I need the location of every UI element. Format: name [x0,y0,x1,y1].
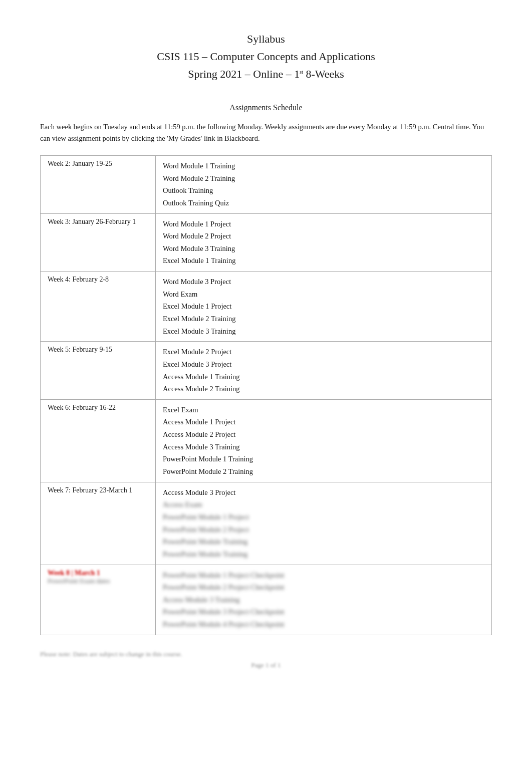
list-item: PowerPoint Module 2 Training [163,465,484,478]
list-item: Excel Module 2 Project [163,346,484,358]
table-row: Week 3: January 26-February 1 Word Modul… [41,213,492,272]
list-item: Word Module 2 Training [163,172,484,185]
list-item: PowerPoint Module Training [163,548,484,561]
list-item: Outlook Training Quiz [163,197,484,209]
assignments-cell: Word Module 1 Training Word Module 2 Tra… [156,155,492,213]
list-item: Access Module 1 Project [163,416,484,428]
list-item: Access Module 2 Training [163,383,484,395]
table-row: Week 5: February 9-15 Excel Module 2 Pro… [41,342,492,400]
week-label: Week 3: January 26-February 1 [41,213,156,272]
page-number: Page 1 of 1 [40,661,492,669]
list-item: Excel Module 1 Training [163,254,484,267]
list-item: Word Module 2 Project [163,230,484,242]
header-line1: Syllabus [247,33,285,45]
list-item: Word Exam [163,288,484,301]
list-item: PowerPoint Module 1 Project Checkpoint [163,569,484,582]
list-item: Access Module 1 Training [163,371,484,383]
list-item: Word Module 1 Training [163,160,484,172]
list-item: PowerPoint Module Training [163,536,484,548]
assignments-cell: Word Module 1 Project Word Module 2 Proj… [156,213,492,272]
list-item: PowerPoint Module 1 Training [163,453,484,465]
table-row: Week 6: February 16-22 Excel Exam Access… [41,399,492,482]
list-item: Word Module 3 Training [163,242,484,255]
week8-label: Week 8 | March 1 [48,569,100,577]
assignments-cell: Access Module 3 Project Access Exam Powe… [156,482,492,565]
list-item: Word Module 3 Project [163,276,484,288]
week-label: Week 6: February 16-22 [41,399,156,482]
list-item: PowerPoint Module 2 Project [163,524,484,536]
list-item: Excel Module 3 Training [163,325,484,338]
list-item: Excel Module 3 Project [163,358,484,371]
week-label: Week 8 | March 1 PowerPoint Exam dates [41,565,156,635]
list-item: Access Module 3 Training [163,594,484,606]
header-line3-pre: Spring 2021 – Online – 1 [188,68,300,80]
assignments-cell: Excel Exam Access Module 1 Project Acces… [156,399,492,482]
table-row: Week 7: February 23-March 1 Access Modul… [41,482,492,565]
list-item: Access Module 3 Project [163,486,484,499]
intro-paragraph: Each week begins on Tuesday and ends at … [40,121,492,144]
list-item: PowerPoint Module 1 Project [163,511,484,524]
list-item: Word Module 1 Project [163,218,484,230]
assignments-cell: Excel Module 2 Project Excel Module 3 Pr… [156,342,492,400]
footer-note: Please note: Dates are subject to change… [40,650,492,658]
header-line2: CSIS 115 – Computer Concepts and Applica… [157,50,375,63]
list-item: Access Exam [163,498,484,511]
list-item: Access Module 2 Project [163,428,484,441]
week8-sublabel: PowerPoint Exam dates [48,577,110,585]
week-label: Week 4: February 2-8 [41,272,156,342]
week-label: Week 2: January 19-25 [41,155,156,213]
list-item: Outlook Training [163,184,484,197]
assignments-cell: PowerPoint Module 1 Project Checkpoint P… [156,565,492,635]
list-item: PowerPoint Module 2 Project Checkpoint [163,581,484,594]
list-item: PowerPoint Module 4 Project Checkpoint [163,618,484,631]
section-title: Assignments Schedule [40,103,492,112]
list-item: Excel Module 1 Project [163,300,484,313]
list-item: PowerPoint Module 3 Project Checkpoint [163,606,484,618]
table-row: Week 2: January 19-25 Word Module 1 Trai… [41,155,492,213]
week-label: Week 5: February 9-15 [41,342,156,400]
list-item: Excel Exam [163,404,484,416]
table-row: Week 8 | March 1 PowerPoint Exam dates P… [41,565,492,635]
header-line3-post: 8-Weeks [303,68,344,80]
schedule-table: Week 2: January 19-25 Word Module 1 Trai… [40,155,492,635]
list-item: Excel Module 2 Training [163,313,484,325]
list-item: Access Module 3 Training [163,441,484,453]
week-label: Week 7: February 23-March 1 [41,482,156,565]
assignments-cell: Word Module 3 Project Word Exam Excel Mo… [156,272,492,342]
header-sup: st [300,69,303,75]
page-header: Syllabus CSIS 115 – Computer Concepts an… [40,30,492,83]
table-row: Week 4: February 2-8 Word Module 3 Proje… [41,272,492,342]
